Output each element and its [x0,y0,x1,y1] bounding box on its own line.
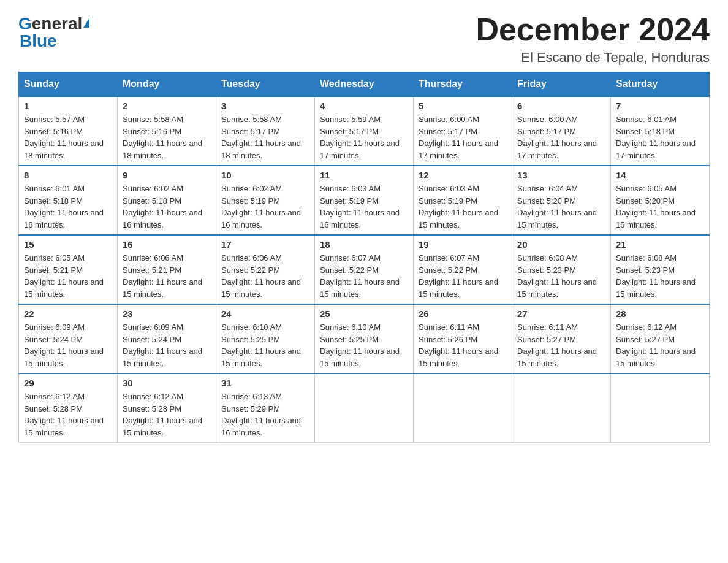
day-number: 19 [419,239,507,250]
day-info: Sunrise: 6:02 AMSunset: 5:18 PMDaylight:… [123,183,211,231]
day-number: 20 [517,239,605,250]
day-number: 17 [221,239,309,250]
calendar-day-cell: 26 Sunrise: 6:11 AMSunset: 5:26 PMDaylig… [414,304,512,373]
day-number: 9 [123,170,211,180]
calendar-day-cell: 10 Sunrise: 6:02 AMSunset: 5:19 PMDaylig… [216,166,315,235]
title-block: December 2024 El Escano de Tepale, Hondu… [476,12,710,66]
logo-general-text: General [18,14,89,33]
weekday-header-sunday: Sunday [19,72,118,97]
day-number: 18 [320,239,408,250]
weekday-header-wednesday: Wednesday [315,72,414,97]
calendar-day-cell: 25 Sunrise: 6:10 AMSunset: 5:25 PMDaylig… [315,304,414,373]
calendar-day-cell: 21 Sunrise: 6:08 AMSunset: 5:23 PMDaylig… [611,235,710,304]
day-info: Sunrise: 6:02 AMSunset: 5:19 PMDaylight:… [221,183,309,231]
calendar-day-cell: 13 Sunrise: 6:04 AMSunset: 5:20 PMDaylig… [512,166,611,235]
day-info: Sunrise: 6:12 AMSunset: 5:28 PMDaylight:… [24,391,112,439]
calendar-day-cell: 6 Sunrise: 6:00 AMSunset: 5:17 PMDayligh… [512,96,611,166]
calendar-day-cell: 5 Sunrise: 6:00 AMSunset: 5:17 PMDayligh… [414,96,512,166]
day-info: Sunrise: 6:11 AMSunset: 5:26 PMDaylight:… [419,321,507,369]
calendar-day-cell: 16 Sunrise: 6:06 AMSunset: 5:21 PMDaylig… [118,235,216,304]
day-number: 14 [616,170,704,180]
day-number: 23 [123,308,211,319]
weekday-header-saturday: Saturday [611,72,710,97]
calendar-day-cell: 20 Sunrise: 6:08 AMSunset: 5:23 PMDaylig… [512,235,611,304]
day-number: 22 [24,308,112,319]
day-number: 31 [221,378,309,388]
calendar-week-row: 22 Sunrise: 6:09 AMSunset: 5:24 PMDaylig… [19,304,710,373]
day-info: Sunrise: 6:05 AMSunset: 5:21 PMDaylight:… [24,252,112,300]
day-info: Sunrise: 6:08 AMSunset: 5:23 PMDaylight:… [616,252,704,300]
day-number: 27 [517,308,605,319]
calendar-day-cell: 3 Sunrise: 5:58 AMSunset: 5:17 PMDayligh… [216,96,315,166]
calendar-week-row: 15 Sunrise: 6:05 AMSunset: 5:21 PMDaylig… [19,235,710,304]
day-info: Sunrise: 5:57 AMSunset: 5:16 PMDaylight:… [24,113,112,161]
day-info: Sunrise: 6:06 AMSunset: 5:22 PMDaylight:… [221,252,309,300]
calendar-day-cell: 14 Sunrise: 6:05 AMSunset: 5:20 PMDaylig… [611,166,710,235]
weekday-header-monday: Monday [118,72,216,97]
day-number: 28 [616,308,704,319]
calendar-day-cell: 30 Sunrise: 6:12 AMSunset: 5:28 PMDaylig… [118,373,216,443]
day-info: Sunrise: 5:58 AMSunset: 5:16 PMDaylight:… [123,113,211,161]
weekday-header-thursday: Thursday [414,72,512,97]
calendar-day-cell: 27 Sunrise: 6:11 AMSunset: 5:27 PMDaylig… [512,304,611,373]
calendar-day-cell: 23 Sunrise: 6:09 AMSunset: 5:24 PMDaylig… [118,304,216,373]
day-number: 3 [221,101,309,111]
day-info: Sunrise: 6:00 AMSunset: 5:17 PMDaylight:… [419,113,507,161]
day-info: Sunrise: 6:00 AMSunset: 5:17 PMDaylight:… [517,113,605,161]
day-info: Sunrise: 6:08 AMSunset: 5:23 PMDaylight:… [517,252,605,300]
calendar-day-cell: 11 Sunrise: 6:03 AMSunset: 5:19 PMDaylig… [315,166,414,235]
calendar-day-cell: 4 Sunrise: 5:59 AMSunset: 5:17 PMDayligh… [315,96,414,166]
day-info: Sunrise: 6:03 AMSunset: 5:19 PMDaylight:… [320,183,408,231]
day-number: 21 [616,239,704,250]
day-info: Sunrise: 6:06 AMSunset: 5:21 PMDaylight:… [123,252,211,300]
calendar-day-cell: 9 Sunrise: 6:02 AMSunset: 5:18 PMDayligh… [118,166,216,235]
day-number: 7 [616,101,704,111]
calendar-subtitle: El Escano de Tepale, Honduras [476,50,710,66]
calendar-day-cell: 7 Sunrise: 6:01 AMSunset: 5:18 PMDayligh… [611,96,710,166]
day-info: Sunrise: 6:12 AMSunset: 5:27 PMDaylight:… [616,321,704,369]
day-info: Sunrise: 6:03 AMSunset: 5:19 PMDaylight:… [419,183,507,231]
calendar-day-cell [611,373,710,443]
calendar-day-cell: 8 Sunrise: 6:01 AMSunset: 5:18 PMDayligh… [19,166,118,235]
day-number: 1 [24,101,112,111]
day-info: Sunrise: 5:58 AMSunset: 5:17 PMDaylight:… [221,113,309,161]
day-number: 10 [221,170,309,180]
calendar-table: SundayMondayTuesdayWednesdayThursdayFrid… [18,72,710,443]
calendar-day-cell: 1 Sunrise: 5:57 AMSunset: 5:16 PMDayligh… [19,96,118,166]
calendar-day-cell: 12 Sunrise: 6:03 AMSunset: 5:19 PMDaylig… [414,166,512,235]
calendar-day-cell: 31 Sunrise: 6:13 AMSunset: 5:29 PMDaylig… [216,373,315,443]
day-number: 4 [320,101,408,111]
calendar-day-cell: 28 Sunrise: 6:12 AMSunset: 5:27 PMDaylig… [611,304,710,373]
day-info: Sunrise: 6:09 AMSunset: 5:24 PMDaylight:… [123,321,211,369]
calendar-day-cell [512,373,611,443]
day-info: Sunrise: 6:01 AMSunset: 5:18 PMDaylight:… [24,183,112,231]
calendar-day-cell: 17 Sunrise: 6:06 AMSunset: 5:22 PMDaylig… [216,235,315,304]
day-number: 8 [24,170,112,180]
day-info: Sunrise: 6:05 AMSunset: 5:20 PMDaylight:… [616,183,704,231]
logo-text: General [18,15,89,33]
day-number: 2 [123,101,211,111]
calendar-day-cell: 18 Sunrise: 6:07 AMSunset: 5:22 PMDaylig… [315,235,414,304]
calendar-week-row: 1 Sunrise: 5:57 AMSunset: 5:16 PMDayligh… [19,96,710,166]
day-number: 11 [320,170,408,180]
day-number: 15 [24,239,112,250]
day-info: Sunrise: 6:13 AMSunset: 5:29 PMDaylight:… [221,391,309,439]
calendar-day-cell: 29 Sunrise: 6:12 AMSunset: 5:28 PMDaylig… [19,373,118,443]
day-number: 13 [517,170,605,180]
day-info: Sunrise: 6:07 AMSunset: 5:22 PMDaylight:… [419,252,507,300]
day-info: Sunrise: 6:04 AMSunset: 5:20 PMDaylight:… [517,183,605,231]
day-info: Sunrise: 6:10 AMSunset: 5:25 PMDaylight:… [221,321,309,369]
calendar-day-cell: 15 Sunrise: 6:05 AMSunset: 5:21 PMDaylig… [19,235,118,304]
page-header: General Blue December 2024 El Escano de … [18,12,710,66]
day-number: 6 [517,101,605,111]
weekday-header-row: SundayMondayTuesdayWednesdayThursdayFrid… [19,72,710,97]
day-info: Sunrise: 6:09 AMSunset: 5:24 PMDaylight:… [24,321,112,369]
logo: General Blue [18,15,89,50]
day-number: 12 [419,170,507,180]
day-number: 24 [221,308,309,319]
calendar-day-cell [414,373,512,443]
weekday-header-friday: Friday [512,72,611,97]
day-number: 29 [24,378,112,388]
calendar-week-row: 8 Sunrise: 6:01 AMSunset: 5:18 PMDayligh… [19,166,710,235]
day-info: Sunrise: 6:07 AMSunset: 5:22 PMDaylight:… [320,252,408,300]
